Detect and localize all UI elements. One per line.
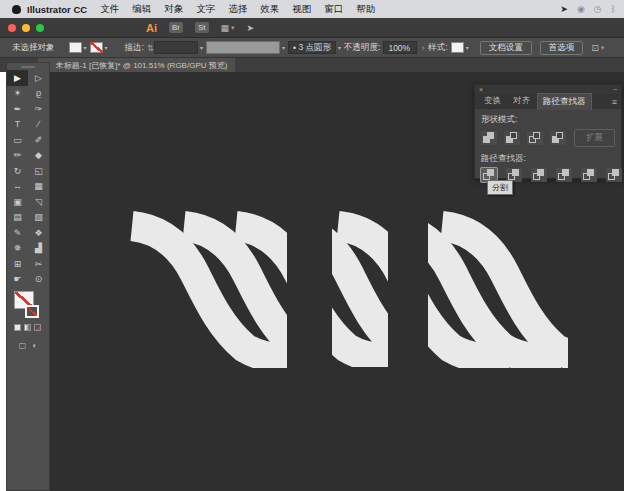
menu-item-视图[interactable]: 视图 — [292, 3, 311, 16]
menu-item-文件[interactable]: 文件 — [100, 3, 119, 16]
pen-tool[interactable]: ✒ — [7, 101, 28, 117]
menu-item-选择[interactable]: 选择 — [228, 3, 247, 16]
free-transform-tool[interactable]: ▦ — [28, 179, 49, 195]
chevron-down-icon[interactable]: ▾ — [466, 44, 469, 51]
document-tab[interactable]: × 未标题-1 [已恢复]* @ 101.51% (RGB/GPU 预览) — [38, 58, 235, 72]
chevron-down-icon[interactable]: ▾ — [601, 44, 605, 52]
panel-collapse-icon[interactable]: − — [613, 86, 617, 93]
crop-button[interactable] — [556, 168, 572, 182]
menu-item-编辑[interactable]: 编辑 — [132, 3, 151, 16]
merge-button[interactable] — [531, 168, 547, 182]
zoom-window-button[interactable] — [36, 24, 44, 32]
brush-value: 3 点圆形 — [298, 42, 331, 54]
outline-button[interactable] — [581, 168, 597, 182]
panel-menu-icon[interactable]: ≡ — [612, 97, 617, 107]
none-button[interactable] — [34, 324, 41, 331]
illustrator-app-icon: Ai — [146, 22, 157, 34]
chevron-down-icon[interactable]: ▾ — [231, 24, 235, 32]
minus-front-button[interactable] — [504, 131, 520, 145]
tool-glyph: ◹ — [35, 197, 42, 207]
direct-selection-tool[interactable]: ▷ — [28, 70, 49, 86]
share-icon[interactable]: ➤ — [247, 23, 255, 33]
stroke-swatch[interactable] — [25, 305, 39, 318]
expand-button[interactable]: 扩展 — [574, 129, 615, 147]
bluetooth-icon[interactable]: ᛒ — [611, 4, 616, 14]
intersect-button[interactable] — [527, 131, 543, 145]
apple-logo-icon[interactable] — [12, 5, 21, 14]
variable-width-profile-select[interactable] — [206, 41, 280, 54]
toolbar-grip[interactable] — [7, 63, 49, 70]
artboard-tool[interactable]: ⊞ — [7, 256, 28, 272]
panel-close-icon[interactable]: × — [479, 86, 483, 93]
menu-item-窗口[interactable]: 窗口 — [324, 3, 343, 16]
menu-item-文字[interactable]: 文字 — [196, 3, 215, 16]
stepper-icon[interactable]: ⇅ — [147, 43, 154, 53]
minus-back-button[interactable] — [606, 168, 622, 182]
chevron-down-icon[interactable]: ▾ — [84, 44, 87, 51]
magic-wand-tool[interactable]: ✶ — [7, 86, 28, 102]
exclude-button[interactable] — [550, 131, 566, 145]
color-button[interactable] — [14, 324, 21, 331]
paintbrush-tool[interactable]: ✐ — [28, 132, 49, 148]
fill-color-swatch[interactable] — [69, 42, 82, 53]
eraser-tool[interactable]: ◆ — [28, 148, 49, 164]
arrange-documents-icon[interactable]: ▦ — [221, 23, 230, 33]
shaper-tool[interactable]: ✏ — [7, 148, 28, 164]
symbol-sprayer-tool[interactable]: ✵ — [7, 241, 28, 257]
minimize-window-button[interactable] — [22, 24, 30, 32]
document-setup-button[interactable]: 文档设置 — [480, 41, 532, 55]
stock-button[interactable]: St — [195, 22, 209, 33]
menu-item-app[interactable]: Illustrator CC — [27, 4, 87, 15]
hand-tool[interactable]: ☛ — [7, 272, 28, 288]
column-graph-tool[interactable]: ▟ — [28, 241, 49, 257]
panel-tab-路径查找器[interactable]: 路径查找器 — [537, 93, 592, 110]
unite-button[interactable] — [481, 131, 497, 145]
menu-item-帮助[interactable]: 帮助 — [356, 3, 375, 16]
drawing-mode-icon[interactable]: ▢ — [19, 341, 27, 350]
type-tool[interactable]: T — [7, 117, 28, 133]
workspace-icon[interactable]: ⊡ — [591, 43, 599, 53]
scale-tool[interactable]: ◱ — [28, 163, 49, 179]
panel-tab-变换[interactable]: 变换 — [479, 93, 506, 110]
width-tool[interactable]: ↔ — [7, 179, 28, 195]
chevron-down-icon[interactable]: ▾ — [282, 44, 285, 51]
tool-glyph: ◱ — [34, 166, 43, 176]
caret-right-icon[interactable]: › — [421, 43, 424, 53]
chevron-down-icon[interactable]: ▾ — [200, 44, 203, 51]
style-swatch[interactable] — [451, 42, 464, 53]
zoom-tool[interactable]: ⊙ — [28, 272, 49, 288]
camera-icon[interactable]: ◉ — [577, 4, 585, 14]
gradient-button[interactable] — [24, 324, 31, 331]
perspective-grid-tool[interactable]: ◹ — [28, 194, 49, 210]
curvature-tool[interactable]: ✑ — [28, 101, 49, 117]
stroke-weight-input[interactable] — [154, 41, 198, 54]
brush-definition-select[interactable]: • 3 点圆形 — [288, 41, 336, 54]
line-segment-tool[interactable]: ∕ — [28, 117, 49, 133]
bridge-button[interactable]: Br — [169, 22, 183, 33]
slice-tool[interactable]: ✂ — [28, 256, 49, 272]
mesh-tool[interactable]: ▤ — [7, 210, 28, 226]
gradient-tool[interactable]: ▧ — [28, 210, 49, 226]
close-window-button[interactable] — [8, 24, 16, 32]
tools-panel: ▶▷✶ϱ✒✑T∕▭✐✏◆↻◱↔▦▣◹▤▧✎❖✵▟⊞✂☛⊙ ▢ ◐ — [6, 62, 50, 491]
tool-glyph: ▟ — [35, 243, 42, 253]
menu-item-对象[interactable]: 对象 — [164, 3, 183, 16]
eyedropper-tool[interactable]: ✎ — [7, 225, 28, 241]
selection-tool[interactable]: ▶ — [7, 70, 28, 86]
chevron-down-icon[interactable]: ▾ — [338, 44, 341, 51]
rotate-tool[interactable]: ↻ — [7, 163, 28, 179]
stroke-color-swatch[interactable] — [90, 42, 103, 53]
airdrop-send-icon[interactable]: ➤ — [560, 4, 568, 14]
menu-item-效果[interactable]: 效果 — [260, 3, 279, 16]
lasso-tool[interactable]: ϱ — [28, 86, 49, 102]
opacity-input[interactable]: 100% — [383, 41, 417, 54]
preferences-button[interactable]: 首选项 — [540, 41, 584, 55]
time-machine-icon[interactable]: ◷ — [594, 4, 602, 14]
shape-modes-label: 形状模式: — [481, 114, 615, 126]
panel-tab-对齐[interactable]: 对齐 — [508, 93, 535, 110]
screen-mode-icon[interactable]: ◐ — [32, 341, 37, 350]
shape-builder-tool[interactable]: ▣ — [7, 194, 28, 210]
blend-tool[interactable]: ❖ — [28, 225, 49, 241]
chevron-down-icon[interactable]: ▾ — [105, 44, 108, 51]
rectangle-tool[interactable]: ▭ — [7, 132, 28, 148]
